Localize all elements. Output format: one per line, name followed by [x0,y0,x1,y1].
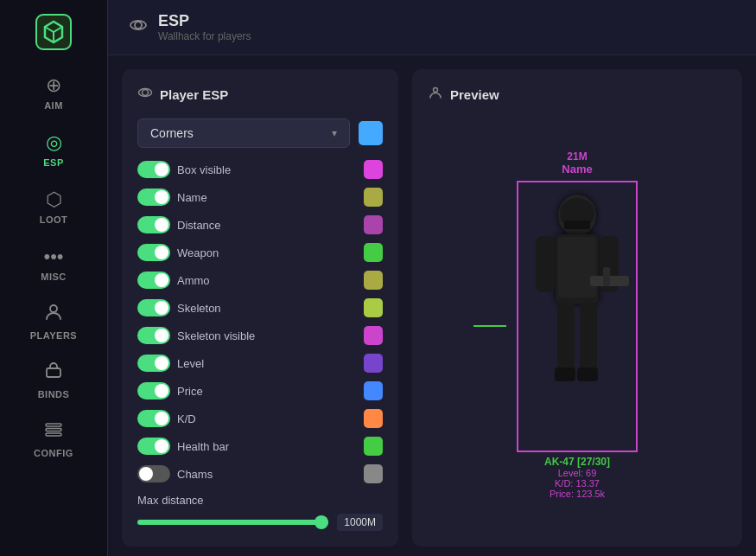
toggle-color-swatch[interactable] [364,409,383,428]
esp-type-dropdown[interactable]: Corners ▾ [137,118,350,148]
svg-point-6 [135,22,142,29]
slider-label: Max distance [137,494,383,507]
toggle-row: Health bar [137,437,383,456]
toggle-row: Skeleton [137,298,383,317]
svg-rect-13 [564,220,590,229]
esp-info-bottom: AK-47 [27/30] Level: 69 K/D: 13.37 Price… [517,456,638,499]
toggle-row: K/D [137,409,383,428]
aim-icon: ⊕ [46,74,61,97]
preview-panel-title: Preview [450,87,499,102]
preview-content: 21M Name [428,118,727,531]
svg-rect-15 [558,237,596,297]
toggle-row: Ammo [137,271,383,290]
toggle-label: Ammo [177,274,364,287]
players-icon [44,303,63,327]
toggle-label: Level [177,357,364,370]
sidebar-item-label-loot: LOOT [40,214,68,225]
esp-panel: Player ESP Corners ▾ Box visibleNameDist… [122,69,398,546]
toggle-skeleton[interactable] [137,299,170,316]
chevron-down-icon: ▾ [332,127,337,139]
toggle-color-swatch[interactable] [364,437,383,456]
toggle-k/d[interactable] [137,410,170,427]
svg-point-1 [50,305,57,312]
header-title: ESP [158,12,251,30]
toggle-box-visible[interactable] [137,161,170,178]
toggle-color-swatch[interactable] [364,326,383,345]
esp-header-info: 21M Name [517,150,638,176]
toggle-color-swatch[interactable] [364,354,383,373]
svg-rect-19 [603,267,610,286]
toggle-price[interactable] [137,382,170,399]
toggle-row: Level [137,354,383,373]
sidebar-item-label-binds: BINDS [38,389,70,399]
toggle-color-swatch[interactable] [364,464,383,483]
toggle-label: Health bar [177,440,364,453]
main-content: ESP Wallhack for players Player ESP Corn… [108,0,756,556]
toggle-name[interactable] [137,189,170,206]
sidebar-item-label-aim: AIM [44,100,63,111]
sidebar-item-aim[interactable]: ⊕ AIM [0,66,107,119]
toggle-color-swatch[interactable] [364,215,383,234]
header-subtitle: Wallhack for players [158,30,251,42]
panel-header: Player ESP [137,85,383,105]
toggle-distance[interactable] [137,216,170,233]
sidebar-item-binds[interactable]: BINDS [0,353,107,408]
esp-weapon: AK-47 [27/30] [517,456,638,468]
slider-thumb[interactable] [314,515,328,529]
toggle-color-swatch[interactable] [364,298,383,317]
preview-panel-header: Preview [428,85,727,105]
toggle-label: Skeleton visible [177,329,364,342]
esp-name: Name [517,163,638,176]
toggle-label: Chams [177,468,364,481]
toggle-label: K/D [177,412,364,425]
dropdown-color-swatch[interactable] [359,121,383,145]
player-esp-container: 21M Name [517,150,638,499]
config-icon [44,420,63,444]
toggle-skeleton-visible[interactable] [137,327,170,344]
svg-rect-16 [536,236,555,292]
sidebar-item-misc[interactable]: ••• MISC [0,237,107,291]
loot-icon: ⬡ [46,189,62,211]
toggle-weapon[interactable] [137,244,170,261]
sidebar-item-config[interactable]: CONFIG [0,412,107,467]
toggle-row: Price [137,381,383,400]
toggle-color-swatch[interactable] [364,243,383,262]
toggle-color-swatch[interactable] [364,188,383,207]
toggle-row: Chams [137,464,383,483]
slider-value: 1000M [337,514,383,531]
toggle-row: Distance [137,215,383,234]
misc-icon: ••• [43,246,63,268]
svg-rect-22 [555,367,575,381]
sidebar-item-esp[interactable]: ◎ ESP [0,123,107,176]
toggle-color-swatch[interactable] [364,271,383,290]
sidebar-item-loot[interactable]: ⬡ LOOT [0,180,107,233]
toggle-level[interactable] [137,355,170,372]
content-area: Player ESP Corners ▾ Box visibleNameDist… [108,55,756,556]
panel-icon [137,85,153,105]
toggle-chams[interactable] [137,465,170,483]
sidebar-item-label-config: CONFIG [34,448,73,458]
toggle-label: Skeleton [177,302,364,315]
toggle-row: Skeleton visible [137,326,383,345]
sidebar-item-players[interactable]: PLAYERS [0,294,107,349]
esp-left-line [473,325,506,327]
header-icon [129,16,148,39]
toggle-color-swatch[interactable] [364,381,383,400]
slider-track[interactable] [137,520,328,525]
toggle-label: Price [177,385,364,398]
header: ESP Wallhack for players [108,0,756,55]
toggle-row: Name [137,188,383,207]
toggle-health-bar[interactable] [137,438,170,455]
esp-price: Price: 123.5k [517,489,638,499]
panel-title: Player ESP [160,87,228,102]
header-text: ESP Wallhack for players [158,12,251,42]
toggle-row: Box visible [137,160,383,179]
esp-distance: 21M [517,150,638,163]
svg-rect-3 [46,424,61,426]
toggle-ammo[interactable] [137,272,170,289]
sidebar-item-label-esp: ESP [43,157,64,168]
sidebar-item-label-players: PLAYERS [30,330,77,341]
esp-icon: ◎ [46,131,62,154]
toggle-color-swatch[interactable] [364,160,383,179]
binds-icon [44,361,63,386]
